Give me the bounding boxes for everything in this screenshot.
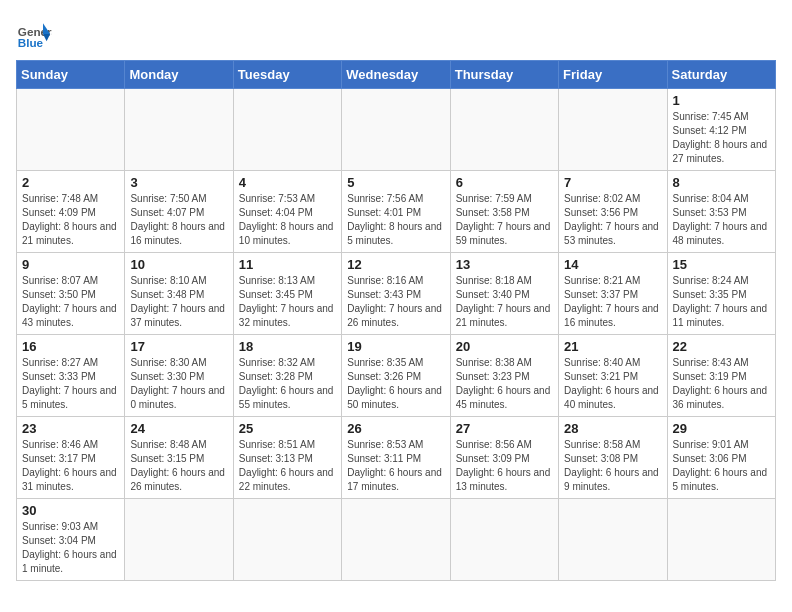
calendar-cell xyxy=(342,499,450,581)
day-info: Sunrise: 8:53 AM Sunset: 3:11 PM Dayligh… xyxy=(347,438,444,494)
day-info: Sunrise: 8:21 AM Sunset: 3:37 PM Dayligh… xyxy=(564,274,661,330)
day-number: 14 xyxy=(564,257,661,272)
calendar-cell: 20Sunrise: 8:38 AM Sunset: 3:23 PM Dayli… xyxy=(450,335,558,417)
calendar-cell: 9Sunrise: 8:07 AM Sunset: 3:50 PM Daylig… xyxy=(17,253,125,335)
logo-icon: General Blue xyxy=(16,16,52,52)
day-number: 16 xyxy=(22,339,119,354)
calendar-header-row: SundayMondayTuesdayWednesdayThursdayFrid… xyxy=(17,61,776,89)
day-info: Sunrise: 7:59 AM Sunset: 3:58 PM Dayligh… xyxy=(456,192,553,248)
calendar-cell: 13Sunrise: 8:18 AM Sunset: 3:40 PM Dayli… xyxy=(450,253,558,335)
calendar-week-row: 9Sunrise: 8:07 AM Sunset: 3:50 PM Daylig… xyxy=(17,253,776,335)
calendar-week-row: 1Sunrise: 7:45 AM Sunset: 4:12 PM Daylig… xyxy=(17,89,776,171)
calendar-week-row: 16Sunrise: 8:27 AM Sunset: 3:33 PM Dayli… xyxy=(17,335,776,417)
day-info: Sunrise: 9:03 AM Sunset: 3:04 PM Dayligh… xyxy=(22,520,119,576)
day-info: Sunrise: 7:45 AM Sunset: 4:12 PM Dayligh… xyxy=(673,110,770,166)
day-info: Sunrise: 8:10 AM Sunset: 3:48 PM Dayligh… xyxy=(130,274,227,330)
calendar-cell xyxy=(125,499,233,581)
calendar-cell: 1Sunrise: 7:45 AM Sunset: 4:12 PM Daylig… xyxy=(667,89,775,171)
day-number: 17 xyxy=(130,339,227,354)
day-number: 2 xyxy=(22,175,119,190)
day-number: 9 xyxy=(22,257,119,272)
logo: General Blue xyxy=(16,16,52,52)
day-number: 1 xyxy=(673,93,770,108)
calendar-cell: 16Sunrise: 8:27 AM Sunset: 3:33 PM Dayli… xyxy=(17,335,125,417)
calendar-cell: 15Sunrise: 8:24 AM Sunset: 3:35 PM Dayli… xyxy=(667,253,775,335)
calendar-cell: 24Sunrise: 8:48 AM Sunset: 3:15 PM Dayli… xyxy=(125,417,233,499)
day-number: 12 xyxy=(347,257,444,272)
calendar-header-saturday: Saturday xyxy=(667,61,775,89)
day-number: 24 xyxy=(130,421,227,436)
day-number: 23 xyxy=(22,421,119,436)
calendar-header-friday: Friday xyxy=(559,61,667,89)
day-number: 30 xyxy=(22,503,119,518)
day-info: Sunrise: 8:40 AM Sunset: 3:21 PM Dayligh… xyxy=(564,356,661,412)
day-number: 10 xyxy=(130,257,227,272)
calendar-cell: 12Sunrise: 8:16 AM Sunset: 3:43 PM Dayli… xyxy=(342,253,450,335)
day-number: 29 xyxy=(673,421,770,436)
day-number: 25 xyxy=(239,421,336,436)
day-info: Sunrise: 8:27 AM Sunset: 3:33 PM Dayligh… xyxy=(22,356,119,412)
calendar-cell: 5Sunrise: 7:56 AM Sunset: 4:01 PM Daylig… xyxy=(342,171,450,253)
calendar-cell: 23Sunrise: 8:46 AM Sunset: 3:17 PM Dayli… xyxy=(17,417,125,499)
day-info: Sunrise: 8:56 AM Sunset: 3:09 PM Dayligh… xyxy=(456,438,553,494)
day-info: Sunrise: 8:24 AM Sunset: 3:35 PM Dayligh… xyxy=(673,274,770,330)
svg-text:Blue: Blue xyxy=(18,36,44,49)
day-info: Sunrise: 8:43 AM Sunset: 3:19 PM Dayligh… xyxy=(673,356,770,412)
calendar-cell: 21Sunrise: 8:40 AM Sunset: 3:21 PM Dayli… xyxy=(559,335,667,417)
day-number: 7 xyxy=(564,175,661,190)
calendar-cell xyxy=(17,89,125,171)
calendar-cell xyxy=(125,89,233,171)
day-number: 20 xyxy=(456,339,553,354)
calendar-cell: 25Sunrise: 8:51 AM Sunset: 3:13 PM Dayli… xyxy=(233,417,341,499)
day-number: 28 xyxy=(564,421,661,436)
calendar-header-sunday: Sunday xyxy=(17,61,125,89)
day-number: 4 xyxy=(239,175,336,190)
day-info: Sunrise: 8:35 AM Sunset: 3:26 PM Dayligh… xyxy=(347,356,444,412)
day-number: 22 xyxy=(673,339,770,354)
calendar-cell: 18Sunrise: 8:32 AM Sunset: 3:28 PM Dayli… xyxy=(233,335,341,417)
day-info: Sunrise: 8:18 AM Sunset: 3:40 PM Dayligh… xyxy=(456,274,553,330)
day-number: 27 xyxy=(456,421,553,436)
calendar-cell: 2Sunrise: 7:48 AM Sunset: 4:09 PM Daylig… xyxy=(17,171,125,253)
day-number: 3 xyxy=(130,175,227,190)
calendar-cell: 26Sunrise: 8:53 AM Sunset: 3:11 PM Dayli… xyxy=(342,417,450,499)
calendar-cell: 27Sunrise: 8:56 AM Sunset: 3:09 PM Dayli… xyxy=(450,417,558,499)
calendar-cell: 4Sunrise: 7:53 AM Sunset: 4:04 PM Daylig… xyxy=(233,171,341,253)
calendar-week-row: 30Sunrise: 9:03 AM Sunset: 3:04 PM Dayli… xyxy=(17,499,776,581)
calendar-cell xyxy=(667,499,775,581)
calendar-cell: 19Sunrise: 8:35 AM Sunset: 3:26 PM Dayli… xyxy=(342,335,450,417)
calendar: SundayMondayTuesdayWednesdayThursdayFrid… xyxy=(16,60,776,581)
day-number: 6 xyxy=(456,175,553,190)
day-number: 26 xyxy=(347,421,444,436)
calendar-cell: 30Sunrise: 9:03 AM Sunset: 3:04 PM Dayli… xyxy=(17,499,125,581)
calendar-week-row: 2Sunrise: 7:48 AM Sunset: 4:09 PM Daylig… xyxy=(17,171,776,253)
calendar-cell: 22Sunrise: 8:43 AM Sunset: 3:19 PM Dayli… xyxy=(667,335,775,417)
day-number: 21 xyxy=(564,339,661,354)
day-info: Sunrise: 8:13 AM Sunset: 3:45 PM Dayligh… xyxy=(239,274,336,330)
calendar-cell xyxy=(342,89,450,171)
calendar-cell xyxy=(559,89,667,171)
day-info: Sunrise: 8:16 AM Sunset: 3:43 PM Dayligh… xyxy=(347,274,444,330)
calendar-cell xyxy=(233,89,341,171)
calendar-cell: 3Sunrise: 7:50 AM Sunset: 4:07 PM Daylig… xyxy=(125,171,233,253)
calendar-cell: 10Sunrise: 8:10 AM Sunset: 3:48 PM Dayli… xyxy=(125,253,233,335)
day-info: Sunrise: 8:32 AM Sunset: 3:28 PM Dayligh… xyxy=(239,356,336,412)
calendar-header-tuesday: Tuesday xyxy=(233,61,341,89)
day-info: Sunrise: 8:46 AM Sunset: 3:17 PM Dayligh… xyxy=(22,438,119,494)
day-info: Sunrise: 8:51 AM Sunset: 3:13 PM Dayligh… xyxy=(239,438,336,494)
calendar-cell: 8Sunrise: 8:04 AM Sunset: 3:53 PM Daylig… xyxy=(667,171,775,253)
calendar-week-row: 23Sunrise: 8:46 AM Sunset: 3:17 PM Dayli… xyxy=(17,417,776,499)
calendar-cell xyxy=(450,89,558,171)
calendar-cell: 11Sunrise: 8:13 AM Sunset: 3:45 PM Dayli… xyxy=(233,253,341,335)
day-number: 5 xyxy=(347,175,444,190)
calendar-cell xyxy=(233,499,341,581)
day-info: Sunrise: 7:50 AM Sunset: 4:07 PM Dayligh… xyxy=(130,192,227,248)
day-number: 15 xyxy=(673,257,770,272)
day-info: Sunrise: 8:38 AM Sunset: 3:23 PM Dayligh… xyxy=(456,356,553,412)
calendar-cell: 28Sunrise: 8:58 AM Sunset: 3:08 PM Dayli… xyxy=(559,417,667,499)
day-number: 19 xyxy=(347,339,444,354)
calendar-header-wednesday: Wednesday xyxy=(342,61,450,89)
day-number: 8 xyxy=(673,175,770,190)
day-info: Sunrise: 8:48 AM Sunset: 3:15 PM Dayligh… xyxy=(130,438,227,494)
calendar-header-thursday: Thursday xyxy=(450,61,558,89)
